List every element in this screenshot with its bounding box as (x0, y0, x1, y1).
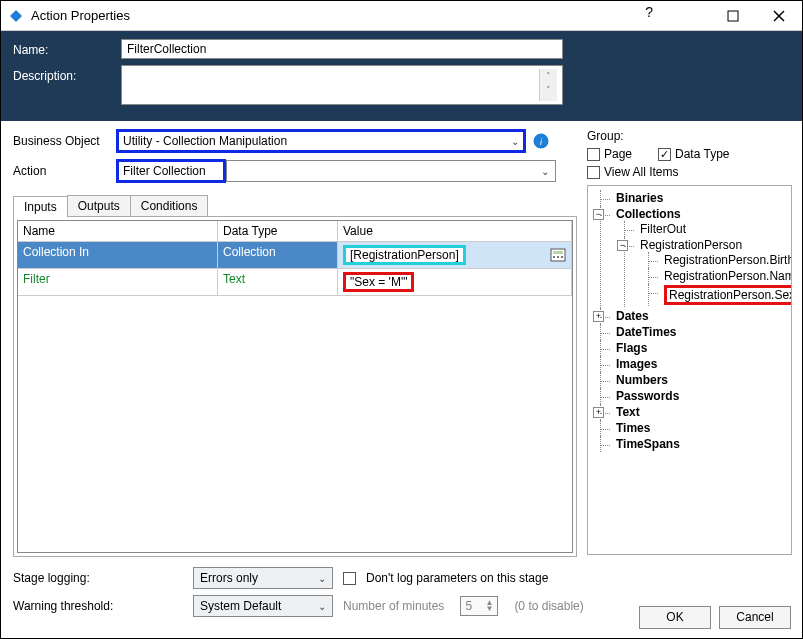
svg-rect-1 (728, 11, 738, 21)
expand-icon[interactable]: + (593, 311, 604, 322)
tree-node[interactable]: RegistrationPerson (640, 238, 742, 252)
tree-leaf[interactable]: RegistrationPerson.BirthDate (664, 253, 792, 267)
tree-node[interactable]: TimeSpans (616, 437, 680, 451)
warning-threshold-select[interactable]: System Default⌄ (193, 595, 333, 617)
maximize-button[interactable] (710, 1, 756, 31)
value-expression: "Sex = 'M'" (343, 272, 414, 292)
viewall-checkbox-label: View All Items (604, 165, 678, 179)
tree-node[interactable]: Flags (616, 341, 647, 355)
tree-node[interactable]: Text (616, 405, 640, 419)
cell-name: Collection In (18, 242, 218, 269)
value-expression: [RegistrationPerson] (343, 245, 466, 265)
dontlog-checkbox[interactable] (343, 572, 356, 585)
window-title: Action Properties (31, 8, 664, 23)
action-select[interactable]: Filter Collection (116, 159, 226, 183)
cell-type: Text (218, 269, 338, 296)
business-object-value: Utility - Collection Manipulation (123, 134, 287, 148)
calculator-icon[interactable] (550, 248, 566, 262)
grid-header: Name Data Type Value (18, 221, 572, 242)
minimize-button[interactable] (664, 1, 710, 31)
tree-node[interactable]: Binaries (616, 191, 663, 205)
name-input[interactable] (121, 39, 563, 59)
close-button[interactable] (756, 1, 802, 31)
stage-logging-label: Stage logging: (13, 571, 183, 585)
stage-logging-select[interactable]: Errors only⌄ (193, 567, 333, 589)
data-tree[interactable]: Binaries −Collections FilterOut −Registr… (592, 190, 787, 452)
expand-icon[interactable]: + (593, 407, 604, 418)
viewall-checkbox[interactable] (587, 166, 600, 179)
tab-outputs[interactable]: Outputs (67, 195, 131, 216)
ok-button[interactable]: OK (639, 606, 711, 629)
tree-leaf[interactable]: FilterOut (640, 222, 686, 236)
col-value: Value (338, 221, 572, 242)
action-value: Filter Collection (123, 164, 206, 178)
help-icon[interactable]: ? (645, 4, 653, 20)
cell-value[interactable]: [RegistrationPerson] (338, 242, 572, 269)
header-panel: Name: Description: ˄˅ (1, 31, 802, 121)
svg-rect-10 (561, 256, 563, 258)
table-row[interactable]: Filter Text "Sex = 'M'" (18, 269, 572, 296)
name-label: Name: (13, 39, 121, 57)
datatype-checkbox-label: Data Type (675, 147, 729, 161)
cell-value[interactable]: "Sex = 'M'" (338, 269, 572, 296)
collapse-icon[interactable]: − (617, 240, 628, 251)
desc-scroll-arrows[interactable]: ˄˅ (539, 69, 557, 101)
table-row[interactable]: Collection In Collection [RegistrationPe… (18, 242, 572, 269)
minutes-label: Number of minutes (343, 599, 444, 613)
warning-threshold-label: Warning threshold: (13, 599, 183, 613)
cell-type: Collection (218, 242, 338, 269)
tree-node[interactable]: Collections (616, 207, 681, 221)
tree-leaf-highlighted[interactable]: RegistrationPerson.Sex (664, 285, 792, 305)
svg-rect-6 (551, 249, 565, 261)
datatype-checkbox[interactable]: ✓ (658, 148, 671, 161)
business-object-select[interactable]: Utility - Collection Manipulation ⌄ (116, 129, 526, 153)
svg-marker-0 (10, 10, 22, 22)
action-select-extent[interactable]: ⌄ (226, 160, 556, 182)
tab-conditions[interactable]: Conditions (130, 195, 209, 216)
tabs: Inputs Outputs Conditions (13, 195, 577, 216)
dontlog-label: Don't log parameters on this stage (366, 571, 548, 585)
svg-rect-9 (557, 256, 559, 258)
page-checkbox-label: Page (604, 147, 632, 161)
col-type: Data Type (218, 221, 338, 242)
tab-inputs[interactable]: Inputs (13, 196, 68, 217)
collapse-icon[interactable]: − (593, 209, 604, 220)
tree-node[interactable]: DateTimes (616, 325, 676, 339)
disable-hint: (0 to disable) (514, 599, 583, 613)
inputs-grid: Name Data Type Value Collection In Colle… (17, 220, 573, 553)
tree-leaf[interactable]: RegistrationPerson.Name (664, 269, 792, 283)
svg-rect-8 (553, 256, 555, 258)
description-label: Description: (13, 65, 121, 83)
chevron-down-icon: ⌄ (318, 573, 326, 584)
business-object-label: Business Object (13, 134, 116, 148)
tree-node[interactable]: Images (616, 357, 657, 371)
chevron-down-icon: ⌄ (318, 601, 326, 612)
chevron-down-icon: ⌄ (541, 166, 549, 177)
svg-rect-7 (553, 251, 563, 254)
group-label: Group: (587, 129, 792, 143)
cell-name: Filter (18, 269, 218, 296)
col-name: Name (18, 221, 218, 242)
chevron-down-icon: ⌄ (511, 136, 519, 147)
tree-node[interactable]: Dates (616, 309, 649, 323)
info-icon[interactable]: i (532, 132, 550, 150)
tree-node[interactable]: Passwords (616, 389, 679, 403)
minutes-spinner[interactable]: 5 ▲▼ (460, 596, 498, 616)
description-input[interactable]: ˄˅ (121, 65, 563, 105)
cancel-button[interactable]: Cancel (719, 606, 791, 629)
action-label: Action (13, 164, 116, 178)
tree-node[interactable]: Times (616, 421, 650, 435)
spinner-arrows-icon[interactable]: ▲▼ (485, 600, 493, 613)
app-icon (7, 7, 25, 25)
tree-node[interactable]: Numbers (616, 373, 668, 387)
page-checkbox[interactable] (587, 148, 600, 161)
titlebar: Action Properties ? (1, 1, 802, 31)
